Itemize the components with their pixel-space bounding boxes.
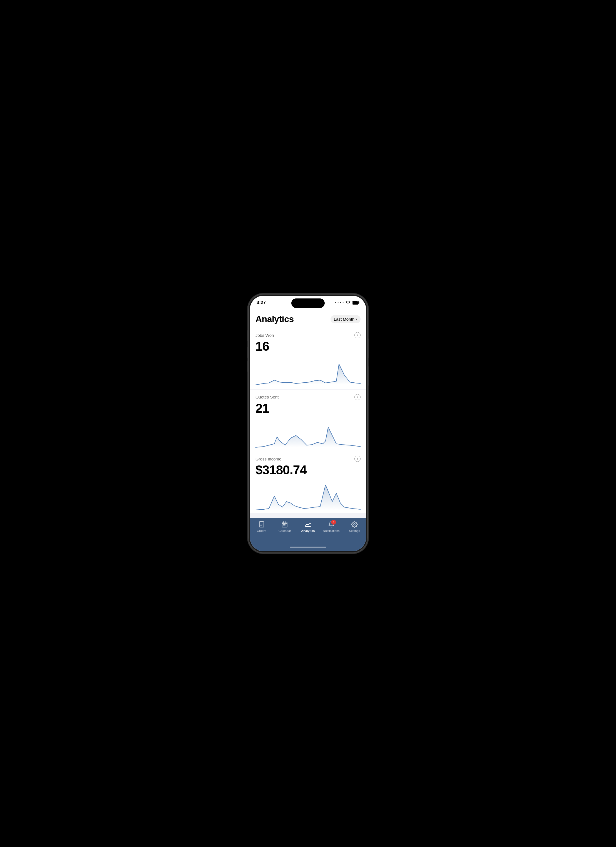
- svg-rect-3: [259, 522, 264, 527]
- svg-point-0: [348, 304, 348, 304]
- home-indicator: [250, 543, 366, 551]
- battery-icon: [352, 301, 359, 305]
- jobs-won-header: Jobs Won i: [256, 332, 360, 338]
- tab-settings[interactable]: Settings: [346, 521, 363, 533]
- jobs-won-chart: [256, 356, 360, 389]
- signal-dots-icon: • • • •: [335, 301, 344, 304]
- svg-rect-2: [353, 301, 358, 304]
- tab-bar: Orders Calendar: [250, 518, 366, 543]
- tab-calendar[interactable]: Calendar: [276, 521, 293, 533]
- status-time: 3:27: [257, 300, 266, 305]
- quotes-sent-header: Quotes Sent i: [256, 394, 360, 400]
- wifi-icon: [346, 301, 350, 305]
- jobs-won-card: Jobs Won i 16: [250, 328, 366, 389]
- analytics-icon: [304, 521, 312, 528]
- jobs-won-value: 16: [256, 339, 360, 353]
- phone-device: 3:27 • • • • Analyt: [248, 294, 368, 553]
- tab-notifications[interactable]: 6 Notifications: [323, 521, 340, 533]
- orders-tab-label: Orders: [257, 529, 266, 533]
- notifications-tab-label: Notifications: [323, 529, 340, 533]
- svg-rect-7: [282, 522, 287, 527]
- orders-icon: [258, 521, 265, 528]
- svg-rect-11: [283, 524, 284, 525]
- notifications-icon: 6: [328, 521, 335, 528]
- status-icons: • • • •: [335, 301, 359, 305]
- page-title: Analytics: [256, 314, 294, 324]
- quotes-sent-value: 21: [256, 401, 360, 415]
- tab-orders[interactable]: Orders: [253, 521, 270, 533]
- analytics-tab-label: Analytics: [301, 529, 315, 533]
- notification-badge: 6: [331, 519, 336, 525]
- gross-income-info-icon[interactable]: i: [355, 456, 360, 462]
- period-selector[interactable]: Last Month ▾: [331, 315, 360, 323]
- jobs-won-label: Jobs Won: [256, 333, 274, 338]
- jobs-won-info-icon[interactable]: i: [355, 332, 360, 338]
- period-label: Last Month: [334, 317, 355, 322]
- gross-income-value: $3180.74: [256, 463, 360, 477]
- main-content: Analytics Last Month ▾ Jobs Won i 16: [250, 310, 366, 518]
- calendar-icon: [281, 521, 288, 528]
- quotes-sent-info-icon[interactable]: i: [355, 394, 360, 400]
- quotes-sent-label: Quotes Sent: [256, 395, 279, 399]
- dynamic-island: [291, 298, 325, 308]
- cards-area: Jobs Won i 16: [250, 328, 366, 518]
- home-bar: [290, 547, 326, 548]
- gross-income-card: Gross Income i $3180.74: [250, 451, 366, 513]
- quotes-sent-card: Quotes Sent i 21: [250, 390, 366, 451]
- svg-rect-12: [284, 524, 285, 525]
- chevron-down-icon: ▾: [356, 317, 357, 321]
- status-bar: 3:27 • • • •: [250, 296, 366, 310]
- gross-income-label: Gross Income: [256, 457, 281, 461]
- quotes-sent-chart: [256, 418, 360, 451]
- svg-point-14: [354, 524, 355, 525]
- settings-icon: [351, 521, 358, 528]
- page-header: Analytics Last Month ▾: [250, 310, 366, 328]
- gross-income-header: Gross Income i: [256, 456, 360, 462]
- tab-analytics[interactable]: Analytics: [300, 521, 316, 533]
- phone-screen: 3:27 • • • • Analyt: [250, 296, 366, 551]
- gross-income-chart: [256, 480, 360, 513]
- calendar-tab-label: Calendar: [279, 529, 291, 533]
- settings-tab-label: Settings: [349, 529, 360, 533]
